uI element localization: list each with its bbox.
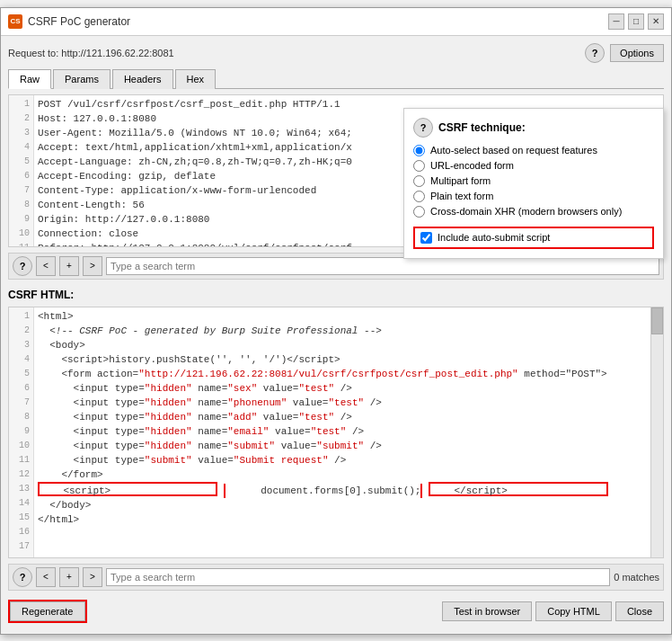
request-url-label: Request to: http://121.196.62.22:8081 bbox=[8, 48, 174, 58]
app-icon: CS bbox=[8, 14, 22, 29]
html-line-5: <form action="http://121.196.62.22:8081/… bbox=[38, 367, 647, 381]
bottom-nav-add[interactable]: + bbox=[59, 567, 79, 587]
html-line-11: <input type="submit" value="Submit reque… bbox=[38, 453, 647, 467]
html-line-14: document.forms[0].submit(); bbox=[224, 484, 423, 498]
csrf-html-label: CSRF HTML: bbox=[8, 289, 664, 301]
bottom-nav-forward[interactable]: > bbox=[83, 567, 102, 587]
include-auto-submit-checkbox[interactable]: Include auto-submit script bbox=[413, 227, 654, 249]
html-line-15: </script> bbox=[429, 482, 608, 496]
title-bar: CS CSRF PoC generator ─ □ ✕ bbox=[1, 8, 671, 36]
options-button[interactable]: Options bbox=[610, 44, 664, 62]
request-url-bar: Request to: http://121.196.62.22:8081 ? … bbox=[8, 43, 664, 63]
option-multipart[interactable]: Multipart form bbox=[413, 175, 654, 187]
html-line-9: <input type="hidden" name="email" value=… bbox=[38, 424, 647, 439]
html-line-2: <!-- CSRF PoC - generated by Burp Suite … bbox=[38, 324, 647, 338]
test-in-browser-button[interactable]: Test in browser bbox=[442, 601, 532, 621]
html-line-17: </html> bbox=[38, 512, 647, 527]
html-line-12: </form> bbox=[38, 467, 647, 482]
tab-headers[interactable]: Headers bbox=[112, 69, 173, 89]
bottom-search-bar: ? < + > 0 matches bbox=[8, 564, 664, 591]
nav-forward-button[interactable]: > bbox=[83, 256, 102, 276]
popup-help-icon: ? bbox=[413, 118, 433, 138]
copy-html-button[interactable]: Copy HTML bbox=[535, 601, 612, 621]
html-line-6: <input type="hidden" name="sex" value="t… bbox=[38, 381, 647, 396]
nav-add-button[interactable]: + bbox=[59, 256, 79, 276]
option-url-encoded[interactable]: URL-encoded form bbox=[413, 160, 654, 172]
minimize-button[interactable]: ─ bbox=[608, 13, 624, 30]
option-cross-domain[interactable]: Cross-domain XHR (modern browsers only) bbox=[413, 206, 654, 218]
html-content: <html> <!-- CSRF PoC - generated by Burp… bbox=[34, 307, 650, 557]
window-title: CSRF PoC generator bbox=[28, 15, 603, 28]
html-line-3: <body> bbox=[38, 338, 647, 352]
bottom-action-row: Regenerate Test in browser Copy HTML Clo… bbox=[8, 596, 664, 627]
request-search-input[interactable] bbox=[106, 257, 659, 275]
tab-params[interactable]: Params bbox=[53, 69, 111, 89]
header-buttons: ? Options bbox=[585, 43, 664, 63]
window-controls: ─ □ ✕ bbox=[608, 13, 664, 30]
popup-title-row: ? CSRF technique: bbox=[413, 118, 654, 138]
option-auto-select[interactable]: Auto-select based on request features bbox=[413, 145, 654, 156]
tab-raw[interactable]: Raw bbox=[8, 69, 51, 89]
main-window: CS CSRF PoC generator ─ □ ✕ Request to: … bbox=[0, 7, 672, 635]
close-dialog-button[interactable]: Close bbox=[615, 601, 664, 621]
html-line-10: <input type="hidden" name="submit" value… bbox=[38, 439, 647, 453]
csrf-popup: ? CSRF technique: Auto-select based on r… bbox=[403, 108, 664, 259]
restore-button[interactable]: □ bbox=[628, 13, 644, 30]
tab-hex[interactable]: Hex bbox=[175, 69, 217, 89]
html-line-13: <script> bbox=[38, 482, 217, 496]
popup-title: CSRF technique: bbox=[438, 121, 526, 134]
html-line-1: <html> bbox=[38, 309, 647, 324]
html-line-16: </body> bbox=[38, 498, 647, 512]
regenerate-button[interactable]: Regenerate bbox=[10, 601, 85, 621]
match-count: 0 matches bbox=[614, 572, 659, 583]
html-scrollbar[interactable] bbox=[650, 307, 663, 557]
content-area: Request to: http://121.196.62.22:8081 ? … bbox=[1, 36, 671, 634]
nav-back-button[interactable]: < bbox=[36, 256, 56, 276]
csrf-technique-options: Auto-select based on request features UR… bbox=[413, 145, 654, 218]
tabs-row: Raw Params Headers Hex bbox=[8, 68, 664, 89]
html-line-7: <input type="hidden" name="phonenum" val… bbox=[38, 396, 647, 410]
html-line-numbers: 1 2 3 4 5 6 7 8 9 10 11 12 13 14 15 16 1… bbox=[9, 307, 34, 557]
request-help-button[interactable]: ? bbox=[13, 256, 32, 276]
scrollbar-thumb[interactable] bbox=[651, 307, 663, 334]
html-line-8: <input type="hidden" name="add" value="t… bbox=[38, 410, 647, 424]
line-numbers: 1 2 3 4 5 6 7 8 9 10 11 bbox=[9, 95, 34, 246]
bottom-help-button[interactable]: ? bbox=[13, 567, 32, 587]
close-button[interactable]: ✕ bbox=[648, 13, 664, 30]
bottom-search-input[interactable] bbox=[106, 568, 610, 586]
help-button[interactable]: ? bbox=[585, 43, 605, 63]
option-plain-text[interactable]: Plain text form bbox=[413, 191, 654, 202]
html-editor[interactable]: 1 2 3 4 5 6 7 8 9 10 11 12 13 14 15 16 1… bbox=[8, 307, 664, 558]
bottom-nav-back[interactable]: < bbox=[36, 567, 56, 587]
right-action-buttons: Test in browser Copy HTML Close bbox=[442, 601, 664, 621]
html-line-4: <script>history.pushState('', '', '/')</… bbox=[38, 352, 647, 367]
regenerate-button-wrap: Regenerate bbox=[8, 600, 87, 623]
